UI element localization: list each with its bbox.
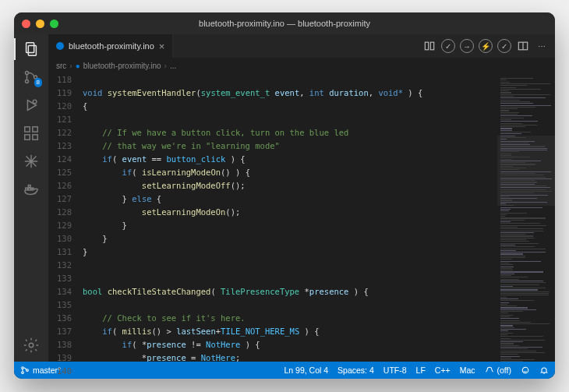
split-editor-icon[interactable] <box>516 39 530 53</box>
docker-icon[interactable] <box>23 181 40 198</box>
minimize-window-button[interactable] <box>36 19 44 28</box>
activity-bar: 8 <box>14 34 48 362</box>
svg-rect-10 <box>26 188 28 190</box>
svg-rect-11 <box>28 188 30 190</box>
crumb-symbol: ... <box>170 62 176 70</box>
modified-dot-icon <box>56 42 64 50</box>
more-actions-icon[interactable]: ⋯ <box>535 39 549 53</box>
window-body: 8 <box>14 34 555 362</box>
status-language[interactable]: C++ <box>435 366 451 375</box>
action-check2-icon[interactable]: ✓ <box>497 39 511 53</box>
tab-row: bluetooth-proximity.ino × ✓ → ⚡ ✓ ⋯ <box>48 34 555 58</box>
window-title: bluetooth-proximity.ino — bluetooth-prox… <box>14 19 555 28</box>
svg-rect-6 <box>25 127 30 132</box>
svg-point-14 <box>29 343 34 348</box>
chevron-right-icon: › <box>69 62 72 70</box>
svg-point-19 <box>22 367 24 369</box>
compare-icon[interactable] <box>422 39 436 53</box>
minimap[interactable] <box>497 73 555 362</box>
titlebar: bluetooth-proximity.ino — bluetooth-prox… <box>14 12 555 34</box>
star-icon[interactable] <box>23 153 40 170</box>
status-platform[interactable]: Mac <box>460 366 475 375</box>
status-spaces[interactable]: Spaces: 4 <box>338 366 374 375</box>
tab-actions: ✓ → ⚡ ✓ ⋯ <box>422 34 555 58</box>
svg-rect-7 <box>33 127 37 132</box>
svg-rect-0 <box>27 43 34 53</box>
status-bar: master* Ln 99, Col 4 Spaces: 4 UTF-8 LF … <box>14 362 555 379</box>
svg-point-21 <box>27 369 29 372</box>
crumb-file: ●bluetooth-proximity.ino <box>76 62 161 70</box>
code-area[interactable]: void systemEventHandler(system_event_t e… <box>80 73 497 362</box>
traffic-lights <box>22 19 58 28</box>
svg-point-5 <box>33 100 37 104</box>
window: bluetooth-proximity.ino — bluetooth-prox… <box>14 12 555 379</box>
status-port[interactable]: (off) <box>485 366 511 375</box>
svg-rect-9 <box>33 135 37 139</box>
close-window-button[interactable] <box>22 19 30 28</box>
tab-bluetooth-proximity[interactable]: bluetooth-proximity.ino × <box>48 34 173 58</box>
svg-point-3 <box>25 79 28 83</box>
svg-rect-13 <box>28 185 30 188</box>
explorer-icon[interactable] <box>23 41 40 58</box>
status-lncol[interactable]: Ln 99, Col 4 <box>284 366 328 375</box>
tab-label: bluetooth-proximity.ino <box>69 41 154 51</box>
svg-point-20 <box>22 372 24 374</box>
status-feedback-icon[interactable] <box>521 366 530 375</box>
action-arrow-icon[interactable]: → <box>460 39 474 53</box>
source-control-icon[interactable]: 8 <box>23 69 40 86</box>
action-check-icon[interactable]: ✓ <box>441 39 455 53</box>
action-flash-icon[interactable]: ⚡ <box>479 39 493 53</box>
status-bell-icon[interactable] <box>539 366 549 375</box>
svg-point-22 <box>522 367 528 373</box>
scm-badge: 8 <box>34 78 42 87</box>
svg-rect-8 <box>25 135 30 139</box>
svg-point-2 <box>25 71 28 74</box>
zoom-window-button[interactable] <box>50 19 58 28</box>
chevron-right-icon: › <box>164 62 167 70</box>
svg-rect-15 <box>425 42 428 50</box>
editor[interactable]: 1181191201211221231241251261271281291301… <box>48 73 555 362</box>
editor-group: bluetooth-proximity.ino × ✓ → ⚡ ✓ ⋯ <box>48 34 555 362</box>
breadcrumb[interactable]: src › ●bluetooth-proximity.ino › ... <box>48 58 555 73</box>
svg-rect-1 <box>28 45 36 55</box>
status-eol[interactable]: LF <box>416 366 426 375</box>
svg-rect-16 <box>430 42 433 50</box>
status-encoding[interactable]: UTF-8 <box>383 366 407 375</box>
line-number-gutter: 1181191201211221231241251261271281291301… <box>48 73 80 362</box>
crumb-folder: src <box>56 62 66 70</box>
extensions-icon[interactable] <box>23 125 40 142</box>
close-tab-icon[interactable]: × <box>159 41 165 51</box>
settings-gear-icon[interactable] <box>23 337 40 354</box>
run-debug-icon[interactable] <box>23 97 40 114</box>
